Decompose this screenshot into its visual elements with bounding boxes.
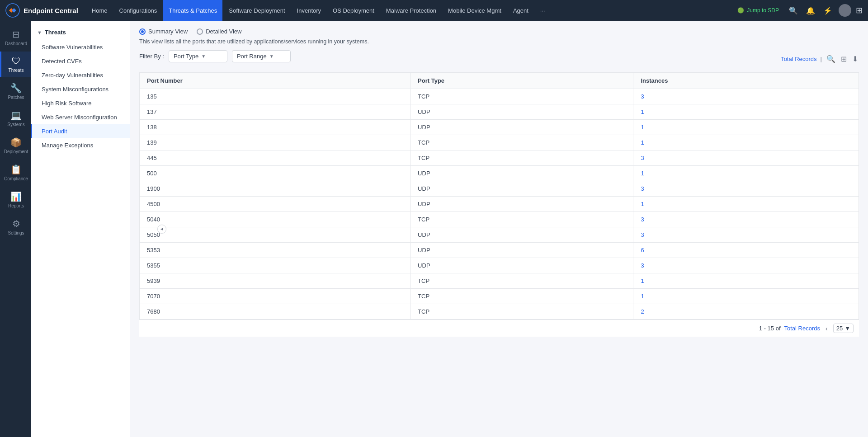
table-row: 5355UDP3 [140, 258, 859, 273]
cell-instances[interactable]: 3 [633, 258, 859, 273]
nav-port-audit[interactable]: Port Audit [31, 124, 130, 138]
search-icon[interactable]: 🔍 [787, 5, 800, 17]
nav-high-risk-software[interactable]: High Risk Software [31, 96, 130, 110]
nav-mobile-device-mgmt[interactable]: Mobile Device Mgmt [443, 0, 507, 21]
sidebar-item-systems[interactable]: 💻 Systems [0, 105, 31, 132]
grid-icon[interactable]: ⊞ [856, 5, 863, 15]
settings-icon: ⚙ [12, 218, 20, 229]
cell-port-number: 4500 [140, 197, 410, 212]
nav-manage-exceptions[interactable]: Manage Exceptions [31, 138, 130, 152]
user-avatar[interactable] [839, 4, 851, 17]
nav-zero-day-vulnerabilities[interactable]: Zero-day Vulnerabilities [31, 68, 130, 82]
total-records-label: Total Records [781, 56, 816, 62]
cell-port-type: UDP [410, 258, 633, 273]
cell-instances[interactable]: 3 [633, 227, 859, 243]
cell-instances[interactable]: 6 [633, 243, 859, 258]
cell-instances[interactable]: 1 [633, 197, 859, 212]
sidebar-label-threats: Threats [9, 68, 24, 73]
table-row: 7070TCP1 [140, 289, 859, 304]
column-picker-icon[interactable]: ⊞ [840, 54, 848, 64]
cell-instances[interactable]: 1 [633, 166, 859, 181]
table-row: 137UDP1 [140, 104, 859, 120]
detailed-view-radio[interactable] [197, 28, 203, 35]
pagination: 1 - 15 of Total Records ‹ 25 ▼ [139, 320, 859, 337]
search-table-icon[interactable]: 🔍 [826, 54, 836, 64]
data-table-wrapper: Port Number Port Type Instances 135TCP31… [139, 72, 859, 320]
reports-icon: 📊 [10, 191, 22, 202]
nav-software-deployment[interactable]: Software Deployment [223, 0, 290, 21]
cell-port-number: 5040 [140, 212, 410, 227]
sidebar-item-compliance[interactable]: 📋 Compliance [0, 160, 31, 186]
nav-links: Home Configurations Threats & Patches So… [86, 0, 734, 21]
prev-page-button[interactable]: ‹ [824, 324, 830, 333]
sidebar-label-reports: Reports [8, 203, 24, 208]
cell-port-type: TCP [410, 289, 633, 304]
threats-section-header[interactable]: ▼ Threats [31, 24, 130, 40]
cell-instances[interactable]: 1 [633, 273, 859, 289]
summary-view-option[interactable]: Summary View [139, 28, 188, 35]
sidebar-item-threats[interactable]: 🛡 Threats [0, 52, 31, 77]
nav-malware-protection[interactable]: Malware Protection [381, 0, 442, 21]
nav-inventory[interactable]: Inventory [292, 0, 326, 21]
cell-port-number: 445 [140, 150, 410, 166]
table-row: 4500UDP1 [140, 197, 859, 212]
threats-icon: 🛡 [12, 56, 21, 66]
page-size-chevron-icon: ▼ [844, 325, 850, 332]
activity-icon[interactable]: ⚡ [821, 5, 834, 17]
cell-port-number: 7070 [140, 289, 410, 304]
cell-instances[interactable]: 3 [633, 181, 859, 197]
sidebar-label-deployment: Deployment [4, 149, 28, 154]
main-layout: ⊟ Dashboard 🛡 Threats 🔧 Patches 💻 System… [0, 21, 868, 437]
nav-web-server-misconfiguration[interactable]: Web Server Misconfiguration [31, 110, 130, 124]
table-row: 139TCP1 [140, 135, 859, 150]
collapse-sidebar-button[interactable]: ◂ [157, 225, 166, 234]
compliance-icon: 📋 [10, 164, 22, 175]
nav-more[interactable]: ··· [535, 0, 551, 21]
nav-os-deployment[interactable]: OS Deployment [327, 0, 380, 21]
summary-view-radio[interactable] [139, 28, 146, 35]
filters-bar: Filter By : Port Type ▼ Port Range ▼ [139, 50, 291, 62]
dashboard-icon: ⊟ [12, 29, 20, 40]
notification-icon[interactable]: 🔔 [804, 5, 817, 17]
nav-home[interactable]: Home [86, 0, 113, 21]
cell-instances[interactable]: 3 [633, 150, 859, 166]
pagination-total-link[interactable]: Total Records [784, 325, 820, 332]
topnav-right-section: 🟢 Jump to SDP 🔍 🔔 ⚡ ⊞ [734, 4, 863, 17]
nav-software-vulnerabilities[interactable]: Software Vulnerabilities [31, 40, 130, 54]
nav-threats-patches[interactable]: Threats & Patches [163, 0, 222, 21]
port-range-filter[interactable]: Port Range ▼ [232, 50, 291, 62]
systems-icon: 💻 [10, 110, 22, 121]
cell-port-type: UDP [410, 243, 633, 258]
jump-to-sdp[interactable]: 🟢 Jump to SDP [734, 5, 783, 15]
page-size-selector[interactable]: 25 ▼ [833, 324, 854, 333]
port-type-filter[interactable]: Port Type ▼ [169, 50, 227, 62]
icon-sidebar: ⊟ Dashboard 🛡 Threats 🔧 Patches 💻 System… [0, 21, 31, 437]
cell-instances[interactable]: 1 [633, 289, 859, 304]
app-logo[interactable]: Endpoint Central [5, 3, 78, 18]
sidebar-item-settings[interactable]: ⚙ Settings [0, 214, 31, 240]
page-description: This view lists all the ports that are u… [139, 38, 859, 45]
cell-instances[interactable]: 1 [633, 120, 859, 135]
nav-configurations[interactable]: Configurations [114, 0, 163, 21]
detailed-view-option[interactable]: Detailed View [197, 28, 241, 35]
nav-sidebar: ▼ Threats Software Vulnerabilities Detec… [31, 21, 130, 437]
table-row: 135TCP3 [140, 89, 859, 104]
cell-instances[interactable]: 1 [633, 104, 859, 120]
cell-port-type: UDP [410, 104, 633, 120]
cell-instances[interactable]: 3 [633, 89, 859, 104]
sidebar-label-systems: Systems [7, 122, 24, 127]
sidebar-item-dashboard[interactable]: ⊟ Dashboard [0, 24, 31, 51]
main-content: Summary View Detailed View This view lis… [130, 21, 868, 437]
sidebar-item-patches[interactable]: 🔧 Patches [0, 78, 31, 104]
nav-system-misconfigurations[interactable]: System Misconfigurations [31, 82, 130, 96]
sidebar-item-deployment[interactable]: 📦 Deployment [0, 132, 31, 159]
col-port-type: Port Type [410, 73, 633, 89]
table-row: 5040TCP3 [140, 212, 859, 227]
nav-agent[interactable]: Agent [508, 0, 534, 21]
cell-instances[interactable]: 2 [633, 304, 859, 320]
cell-instances[interactable]: 1 [633, 135, 859, 150]
sidebar-item-reports[interactable]: 📊 Reports [0, 187, 31, 213]
cell-instances[interactable]: 3 [633, 212, 859, 227]
export-icon[interactable]: ⬇ [851, 54, 859, 64]
nav-detected-cves[interactable]: Detected CVEs [31, 54, 130, 68]
